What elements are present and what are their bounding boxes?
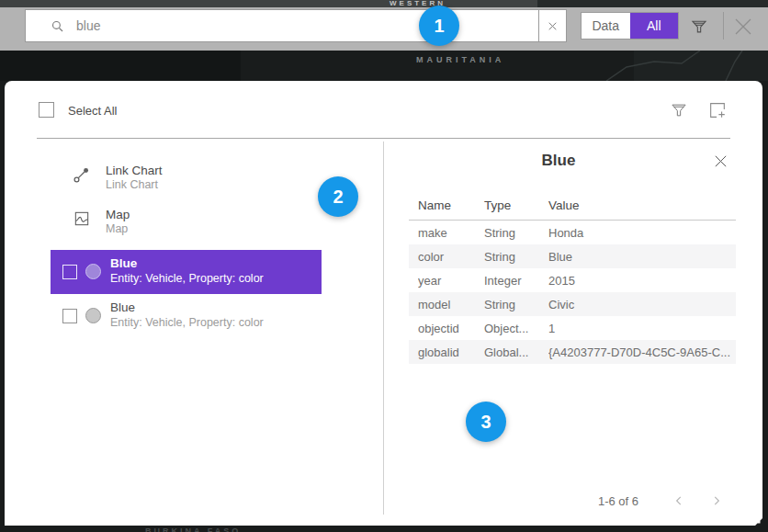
filter-icon — [690, 17, 708, 36]
result-title: Blue — [110, 256, 137, 270]
map-label-bottom: BURKINA FASO — [145, 526, 241, 532]
search-results-panel: Select All Link Chart Link Chart Map Map — [5, 81, 762, 526]
pagination-next-button[interactable] — [706, 491, 727, 511]
result-checkbox[interactable] — [62, 309, 77, 323]
callout-2: 2 — [318, 176, 358, 217]
cell-name: year — [418, 274, 480, 288]
table-row: objectid Object... 1 — [409, 316, 736, 340]
result-checkbox[interactable] — [62, 265, 77, 279]
search-mode-toggle: Data All — [581, 12, 679, 40]
mode-all-button[interactable]: All — [630, 13, 679, 39]
callout-number: 3 — [480, 412, 491, 433]
result-title: Link Chart — [106, 164, 163, 177]
add-selection-button[interactable] — [706, 98, 729, 122]
result-subtitle: Entity: Vehicle, Property: color — [110, 316, 264, 329]
cell-name: objectid — [418, 322, 480, 335]
cell-value: 2015 — [548, 274, 732, 288]
callout-number: 1 — [434, 16, 444, 37]
result-subtitle: Link Chart — [106, 178, 158, 191]
map-strip-top-right — [537, 0, 768, 7]
table-row: model String Civic — [409, 292, 736, 316]
mode-data-button[interactable]: Data — [582, 13, 630, 39]
cell-value: Honda — [548, 226, 732, 240]
add-to-selection-icon — [707, 100, 728, 120]
select-all-label: Select All — [68, 104, 117, 118]
table-row: color String Blue — [409, 244, 736, 268]
detail-close-button[interactable] — [710, 151, 730, 171]
clear-icon — [547, 20, 559, 32]
result-subtitle: Entity: Vehicle, Property: color — [110, 272, 264, 285]
table-row: make String Honda — [409, 221, 736, 244]
search-icon — [50, 18, 65, 34]
result-title: Blue — [110, 300, 135, 314]
cell-value: 1 — [548, 322, 732, 335]
panel-filter-button[interactable] — [667, 98, 691, 122]
cell-name: model — [418, 298, 480, 311]
entity-circle-icon — [85, 308, 101, 323]
result-item-blue-selected[interactable]: Blue Entity: Vehicle, Property: color — [51, 250, 322, 294]
pagination-label: 1-6 of 6 — [556, 494, 638, 508]
filter-icon — [670, 101, 688, 119]
link-chart-icon — [72, 164, 92, 185]
toolbar-filter-button[interactable] — [687, 15, 711, 39]
panel-divider — [383, 141, 384, 515]
map-region-dark — [0, 51, 241, 81]
select-all-checkbox[interactable] — [39, 102, 54, 118]
cell-value: Civic — [548, 298, 732, 311]
cell-name: make — [418, 226, 480, 240]
cell-name: globalid — [418, 345, 480, 359]
cell-type: Object... — [484, 322, 545, 335]
toolbar-close-button[interactable] — [730, 14, 756, 40]
cell-type: String — [484, 298, 545, 311]
toolbar-divider — [723, 12, 724, 40]
map-label-mauritania: MAURITANIA — [416, 55, 504, 64]
entity-circle-icon — [85, 264, 101, 279]
chevron-left-icon — [672, 494, 685, 507]
column-header-type: Type — [484, 198, 511, 212]
table-row: year Integer 2015 — [409, 268, 736, 292]
result-subtitle: Map — [106, 222, 128, 235]
callout-3: 3 — [466, 402, 506, 442]
chevron-right-icon — [710, 494, 723, 507]
header-divider — [37, 138, 730, 139]
search-box — [25, 9, 567, 42]
cell-value: Blue — [548, 250, 732, 264]
cell-value: {A4203777-D70D-4C5C-9A65-C... — [548, 345, 732, 359]
map-icon — [73, 209, 91, 228]
cell-type: Integer — [484, 274, 545, 288]
callout-1: 1 — [419, 6, 459, 46]
map-border-lines — [588, 51, 768, 81]
close-icon — [713, 153, 728, 169]
close-icon — [732, 16, 754, 38]
search-input[interactable] — [76, 18, 538, 33]
cell-type: String — [484, 250, 545, 264]
callout-number: 2 — [333, 187, 343, 208]
cell-type: Global... — [484, 345, 545, 359]
cell-type: String — [484, 226, 545, 240]
detail-title: Blue — [407, 152, 710, 170]
pagination-prev-button[interactable] — [669, 491, 689, 511]
cell-name: color — [418, 250, 480, 264]
result-title: Map — [106, 208, 130, 221]
table-row: globalid Global... {A4203777-D70D-4C5C-9… — [409, 340, 736, 364]
clear-search-button[interactable] — [538, 10, 566, 41]
column-header-name: Name — [418, 198, 451, 212]
column-header-value: Value — [548, 198, 580, 212]
result-item-blue[interactable]: Blue Entity: Vehicle, Property: color — [51, 294, 322, 338]
resize-grip[interactable] — [751, 515, 762, 526]
